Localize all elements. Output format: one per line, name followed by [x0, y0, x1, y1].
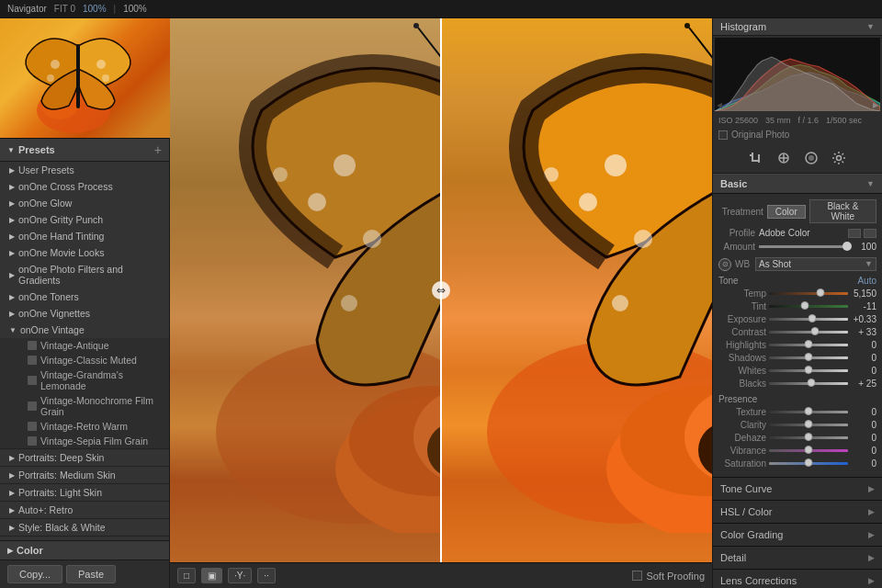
preset-group-header-autoplus[interactable]: ▶Auto+: Retro	[0, 501, 169, 518]
list-item[interactable]: Vintage-Retro Warm	[0, 419, 169, 434]
temp-slider[interactable]	[769, 292, 848, 295]
left-bottom-buttons: Copy... Paste	[0, 560, 169, 588]
shadows-label: Shadows	[718, 353, 766, 363]
clarity-slider[interactable]	[769, 424, 848, 426]
preset-group-header-toners[interactable]: ▶ onOne Toners	[0, 288, 169, 305]
tone-subsection: Tone Auto	[718, 276, 876, 286]
list-item[interactable]: Vintage-Grandma's Lemonade	[0, 368, 169, 393]
treatment-color-btn[interactable]: Color	[767, 205, 806, 219]
camera-info: ISO 25600 35 mm f / 1.6 1/500 sec	[713, 113, 882, 128]
crop-tool-icon[interactable]	[746, 148, 766, 168]
whites-label: Whites	[718, 366, 766, 376]
color-grading-arrow: ▶	[868, 530, 875, 539]
tone-curve-section[interactable]: Tone Curve ▶	[713, 477, 882, 500]
temp-label: Temp	[718, 288, 766, 299]
toolbar-btn-split[interactable]: ▣	[201, 568, 222, 583]
masking-tool-icon[interactable]	[801, 148, 821, 168]
soft-proofing-checkbox[interactable]	[632, 571, 642, 581]
tint-value: -11	[851, 301, 876, 311]
texture-slider[interactable]	[769, 411, 848, 413]
slider-row-blacks: Blacks + 25	[718, 379, 876, 389]
slider-row-vibrance: Vibrance 0	[718, 446, 876, 456]
histogram-section: Histogram ▼	[713, 18, 882, 143]
tone-auto-btn[interactable]: Auto	[857, 276, 876, 286]
presence-label: Presence	[718, 394, 757, 404]
copy-button[interactable]: Copy...	[7, 565, 62, 583]
tint-slider[interactable]	[769, 305, 848, 308]
slider-row-clarity: Clarity 0	[718, 420, 876, 430]
histogram-canvas: ◀ ▶	[715, 38, 880, 111]
exposure-slider[interactable]	[769, 318, 848, 321]
list-item[interactable]: Vintage-Antique	[0, 338, 169, 353]
healing-tool-icon[interactable]	[774, 148, 794, 168]
color-section[interactable]: ▶ Color	[0, 540, 169, 560]
preset-group-header-filters[interactable]: ▶ onOne Photo Filters and Gradients	[0, 261, 169, 288]
preset-group-header-portraits-medium[interactable]: ▶Portraits: Medium Skin	[0, 466, 169, 483]
right-panel: Histogram ▼	[712, 18, 882, 588]
preset-group-header-user[interactable]: ▶ User Presets	[0, 162, 169, 178]
list-item[interactable]: Vintage-Monochrome Film Grain	[0, 393, 169, 419]
fit-label: FIT 0	[54, 4, 75, 14]
basic-section-header[interactable]: Basic ▼	[713, 174, 882, 194]
original-photo-row: Original Photo	[713, 128, 882, 143]
preset-group-header-vintage[interactable]: ▼ onOne Vintage	[0, 322, 169, 338]
preset-group-header-portraits-deep[interactable]: ▶Portraits: Deep Skin	[0, 448, 169, 466]
toolbar-btn-yw[interactable]: ·Y·	[228, 568, 252, 583]
preset-group-header-hand[interactable]: ▶ onOne Hand Tinting	[0, 228, 169, 244]
profile-icon-2[interactable]	[864, 229, 876, 238]
amount-value: 100	[851, 242, 876, 252]
list-item[interactable]: Vintage-Sepia Film Grain	[0, 434, 169, 448]
hsl-color-section[interactable]: HSL / Color ▶	[713, 500, 882, 523]
zoom-100-1[interactable]: 100%	[83, 4, 107, 14]
profile-icon-1[interactable]	[848, 229, 861, 238]
highlights-label: Highlights	[718, 340, 766, 350]
histogram-header: Histogram ▼	[713, 18, 882, 36]
preset-group-header-style-bw[interactable]: ▶Style: Black & White	[0, 518, 169, 536]
slider-row-exposure: Exposure +0.33	[718, 314, 876, 324]
detail-arrow: ▶	[868, 553, 875, 562]
toolbar-btn-dots[interactable]: ··	[257, 568, 276, 583]
paste-button[interactable]: Paste	[66, 565, 116, 583]
preset-group-header-gritty[interactable]: ▶ onOne Gritty Punch	[0, 211, 169, 228]
toolbar-btn-single[interactable]: □	[177, 568, 196, 583]
blacks-slider[interactable]	[769, 382, 848, 385]
saturation-slider[interactable]	[769, 462, 848, 465]
svg-point-9	[334, 154, 356, 176]
settings-icon[interactable]	[829, 148, 849, 168]
preset-group-header-movie[interactable]: ▶ onOne Movie Looks	[0, 244, 169, 261]
highlights-slider[interactable]	[769, 344, 848, 346]
histogram-title: Histogram	[720, 21, 766, 32]
list-item[interactable]: Vintage-Classic Muted	[0, 353, 169, 368]
dehaze-slider[interactable]	[769, 436, 848, 439]
left-panel: ▼ Presets + ▶ User Presets ▶ onOne Cross…	[0, 18, 170, 588]
zoom-100-2[interactable]: 100%	[123, 4, 147, 14]
detail-section[interactable]: Detail ▶	[713, 546, 882, 569]
iso-value: ISO 25600	[718, 116, 758, 125]
preset-group-header-vignettes[interactable]: ▶ onOne Vignettes	[0, 305, 169, 322]
tone-label: Tone	[718, 276, 739, 286]
preset-group-header-cross[interactable]: ▶ onOne Cross Process	[0, 178, 169, 195]
wb-select[interactable]: As Shot ▼	[755, 257, 876, 271]
presets-header[interactable]: ▼ Presets +	[0, 138, 169, 162]
treatment-bw-btn[interactable]: Black & White	[809, 199, 876, 223]
wb-row: ⊙ WB As Shot ▼	[718, 257, 876, 271]
svg-point-4	[96, 60, 106, 69]
wb-dropper-icon[interactable]: ⊙	[718, 258, 731, 271]
texture-label: Texture	[718, 407, 766, 417]
presets-add-icon[interactable]: +	[154, 142, 162, 157]
shadows-slider[interactable]	[769, 356, 848, 359]
color-grading-section[interactable]: Color Grading ▶	[713, 523, 882, 546]
preset-group-header-portraits-light[interactable]: ▶Portraits: Light Skin	[0, 483, 169, 501]
vibrance-slider[interactable]	[769, 449, 848, 452]
lens-corrections-section[interactable]: Lens Corrections ▶	[713, 569, 882, 588]
vibrance-value: 0	[851, 446, 876, 456]
original-photo-checkbox[interactable]	[718, 130, 728, 140]
whites-slider[interactable]	[769, 369, 848, 372]
split-handle[interactable]: ⇔	[432, 281, 450, 300]
highlights-value: 0	[851, 340, 876, 350]
navigator-thumbnail	[0, 18, 170, 138]
bottom-toolbar: □ ▣ ·Y· ·· Soft Proofing	[170, 562, 712, 588]
contrast-slider[interactable]	[769, 331, 848, 334]
preset-group-header-glow[interactable]: ▶ onOne Glow	[0, 195, 169, 211]
amount-slider[interactable]	[759, 245, 847, 248]
